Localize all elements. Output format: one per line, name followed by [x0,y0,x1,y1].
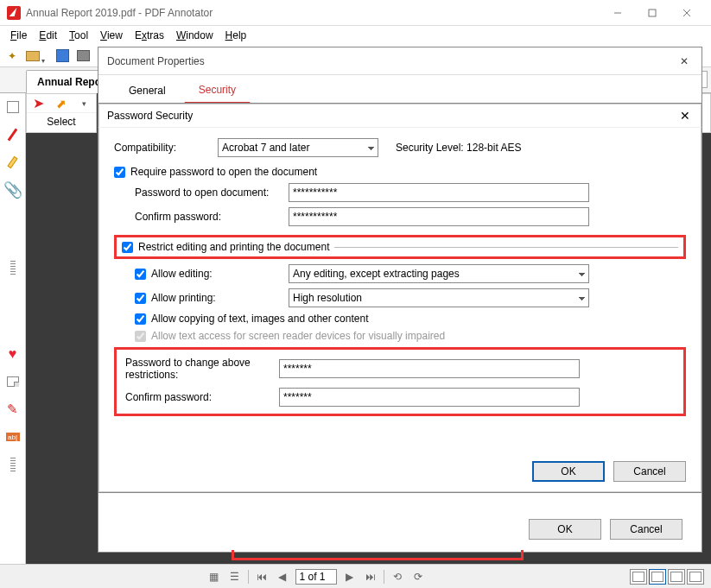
password-security-title: Password Security [107,110,677,122]
tab-security[interactable]: Security [184,77,251,104]
fieldset-rule [334,247,678,248]
password-cancel-button[interactable]: Cancel [613,461,686,482]
page-number-field[interactable]: 1 of 1 [295,569,337,585]
app-icon [7,6,21,20]
allow-screenreader-input [135,331,146,342]
open-document-button[interactable] [24,47,41,65]
back-button[interactable]: ⟲ [390,569,405,585]
menu-window[interactable]: Window [171,28,219,43]
favorite-tool-icon[interactable]: ♥ [3,344,23,364]
select-lasso-icon[interactable]: ⬈ [50,94,73,112]
status-icon[interactable]: ▦ [206,569,222,585]
tab-general[interactable]: General [114,78,181,104]
dialog-close-button[interactable]: ✕ [676,53,693,70]
menu-view[interactable]: View [95,28,128,43]
forward-button[interactable]: ⟳ [410,569,426,585]
password-security-dialog: Password Security ✕ Compatibility: Acrob… [98,103,702,493]
select-tool-panel: ➤ ⬈ ▾ Select [26,93,97,133]
minimize-button[interactable] [600,3,635,22]
allow-editing-checkbox[interactable]: Allow editing: [114,268,289,280]
menu-bar: File Edit Tool View Extras Window Help [0,26,711,45]
restrict-section-highlight: Restrict editing and printing the docume… [114,235,686,259]
security-level-label: Security Level: 128-bit AES [396,142,521,154]
select-tool-label: Select [27,113,96,130]
menu-help[interactable]: Help [220,28,252,43]
menu-file[interactable]: File [5,28,32,43]
allow-printing-checkbox[interactable]: Allow printing: [114,292,289,304]
view-mode-buttons [630,569,704,585]
edit-tool-icon[interactable]: ✎ [3,399,23,420]
view-single-button[interactable] [630,569,647,585]
view-two-continuous-button[interactable] [687,569,704,585]
open-password-input[interactable] [289,183,589,202]
svg-rect-1 [649,9,656,16]
docprops-cancel-button[interactable]: Cancel [610,519,682,540]
next-page-button[interactable]: ▶ [342,569,358,585]
menu-tool[interactable]: Tool [64,28,93,43]
require-open-password-input[interactable] [114,167,125,178]
first-page-button[interactable]: ⏮ [254,569,270,585]
grip-icon[interactable] [3,257,23,278]
allow-screenreader-checkbox: Allow text access for screen reader devi… [114,330,686,342]
select-arrow-icon[interactable]: ➤ [27,94,50,112]
allow-printing-select[interactable]: High resolution [289,288,589,307]
select-dropdown-icon[interactable]: ▾ [73,94,96,112]
status-bar: ▦ ☰ ⏮ ◀ 1 of 1 ▶ ⏭ ⟲ ⟳ [0,564,711,588]
form-field-tool-icon[interactable]: ab| [3,427,23,447]
open-confirm-label: Confirm password: [114,211,289,223]
menu-edit[interactable]: Edit [34,28,62,43]
docprops-ok-button[interactable]: OK [529,519,601,540]
close-button[interactable] [670,3,704,22]
left-toolbar: 📎 ♥ ✎ ab| [0,93,26,564]
open-password-label: Password to open document: [114,187,289,199]
require-open-password-checkbox[interactable]: Require password to open the document [114,166,686,178]
grip-icon[interactable] [3,454,23,475]
save-button[interactable] [54,47,71,65]
allow-copying-checkbox[interactable]: Allow copying of text, images and other … [114,313,686,325]
maximize-button[interactable] [635,3,670,22]
note-tool-icon[interactable] [3,371,23,392]
change-confirm-input[interactable] [279,388,580,407]
compatibility-label: Compatibility: [114,142,218,154]
print-button[interactable] [74,47,92,65]
attachment-tool-icon[interactable]: 📎 [3,180,23,200]
change-password-label: Password to change above restrictions: [125,357,279,381]
view-continuous-button[interactable] [649,569,666,585]
menu-extras[interactable]: Extras [130,28,169,43]
prev-page-button[interactable]: ◀ [275,569,290,585]
allow-editing-input[interactable] [135,269,146,280]
allow-copying-input[interactable] [135,313,146,325]
dialog-title: Document Properties [107,55,676,67]
open-confirm-input[interactable] [289,207,589,226]
checkbox-tool-icon[interactable] [3,97,23,117]
view-two-page-button[interactable] [668,569,685,585]
new-document-button[interactable] [3,47,21,65]
highlight-remnant [232,550,524,560]
window-title: Annual Report 2019.pdf - PDF Annotator [26,7,600,19]
restrict-editing-input[interactable] [122,242,133,253]
change-password-input[interactable] [279,359,580,378]
restrict-editing-checkbox[interactable]: Restrict editing and printing the docume… [122,241,329,253]
highlighter-tool-icon[interactable] [3,152,23,173]
change-confirm-label: Confirm password: [125,391,279,403]
allow-printing-input[interactable] [135,293,146,304]
allow-editing-select[interactable]: Any editing, except extracting pages [289,264,589,283]
status-icon[interactable]: ☰ [227,569,243,585]
title-bar: Annual Report 2019.pdf - PDF Annotator [0,0,711,26]
restrictions-password-highlight: Password to change above restrictions: C… [114,347,686,416]
pen-tool-icon[interactable] [3,124,23,145]
compatibility-select[interactable]: Acrobat 7 and later [218,138,378,157]
password-ok-button[interactable]: OK [532,461,605,482]
last-page-button[interactable]: ⏭ [363,569,378,585]
password-security-close-button[interactable]: ✕ [677,108,693,123]
